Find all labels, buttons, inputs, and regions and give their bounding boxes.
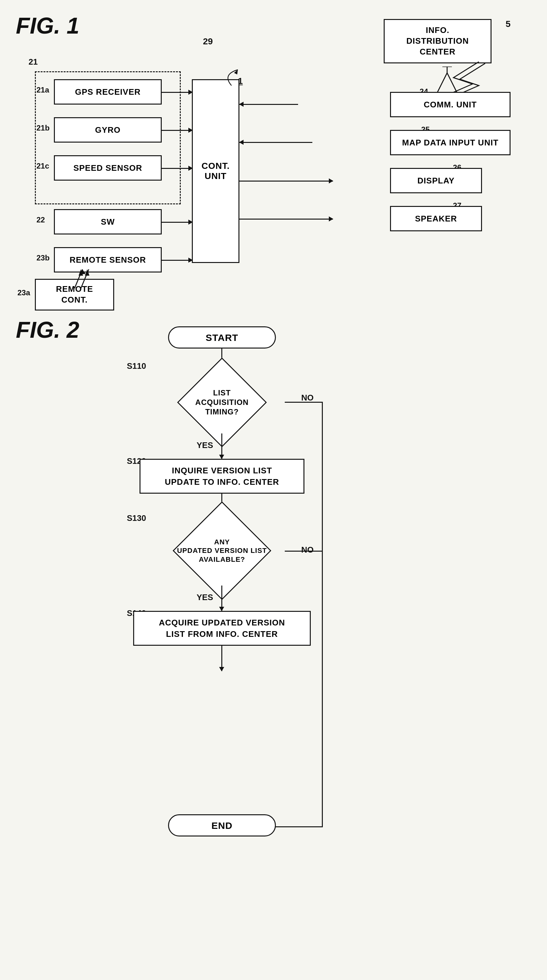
ref-23b: 23b bbox=[37, 253, 49, 262]
ref-s130: S130 bbox=[127, 513, 146, 523]
ref-22: 22 bbox=[37, 215, 45, 224]
cont-speaker-arrow bbox=[239, 219, 333, 220]
comm-unit-box: COMM. UNIT bbox=[390, 92, 510, 117]
arrow-yes1-down bbox=[221, 433, 222, 459]
sw-arrow bbox=[162, 222, 193, 223]
gyro-arrow bbox=[162, 130, 193, 131]
speaker-box: SPEAKER bbox=[390, 206, 482, 231]
ref-23a: 23a bbox=[18, 288, 30, 297]
yes-label-1: YES bbox=[196, 441, 213, 450]
arrow-no1-vertical bbox=[322, 402, 323, 826]
cont-comm-arrow bbox=[239, 104, 298, 105]
yes-label-2: YES bbox=[196, 592, 213, 602]
page: FIG. 1 INFO. DISTRIBUTION CENTER 5 1 29 … bbox=[0, 0, 547, 980]
start-box: START bbox=[168, 326, 276, 348]
arrow-no2-right bbox=[285, 550, 323, 552]
sw-box: SW bbox=[54, 209, 162, 234]
info-dist-box: INFO. DISTRIBUTION CENTER bbox=[384, 19, 491, 64]
no-label-1: NO bbox=[301, 393, 314, 403]
ref-21a: 21a bbox=[37, 86, 49, 94]
ref-s110: S110 bbox=[127, 361, 146, 371]
ref-21: 21 bbox=[29, 57, 38, 67]
ref-21c: 21c bbox=[37, 162, 49, 170]
fig2-container: START S110 LIST ACQUISITION TIMING? NO Y… bbox=[16, 314, 491, 963]
cont-unit-box: CONT. UNIT bbox=[192, 79, 239, 263]
arrow-no1-right bbox=[285, 402, 323, 403]
display-box: DISPLAY bbox=[390, 168, 482, 193]
ref-29: 29 bbox=[203, 37, 213, 46]
speed-arrow bbox=[162, 168, 193, 169]
end-box: END bbox=[168, 814, 276, 837]
gps-receiver-box: GPS RECEIVER bbox=[54, 79, 162, 105]
no-label-2: NO bbox=[301, 545, 314, 555]
gps-arrow bbox=[162, 92, 193, 93]
curved-arrow bbox=[212, 68, 250, 87]
fig1-container: INFO. DISTRIBUTION CENTER 5 1 29 CONT. U… bbox=[16, 13, 529, 304]
gyro-box: GYRO bbox=[54, 117, 162, 143]
remote-sensor-arrow bbox=[162, 260, 193, 261]
s140-box: ACQUIRE UPDATED VERSION LIST FROM INFO. … bbox=[133, 611, 311, 646]
cont-display-arrow bbox=[239, 181, 333, 181]
ref-5: 5 bbox=[506, 19, 510, 29]
s120-box: INQUIRE VERSION LIST UPDATE TO INFO. CEN… bbox=[140, 459, 305, 494]
cont-map-arrow bbox=[239, 142, 313, 143]
speed-sensor-box: SPEED SENSOR bbox=[54, 155, 162, 181]
arrow-yes2-down bbox=[221, 585, 222, 611]
arrow-s140-down bbox=[221, 646, 222, 671]
diamond2: ANY UPDATED VERSION LIST AVAILABLE? bbox=[159, 516, 285, 585]
remote-cont-arrows bbox=[65, 253, 97, 288]
diamond1: LIST ACQUISITION TIMING? bbox=[159, 371, 285, 434]
map-data-box: MAP DATA INPUT UNIT bbox=[390, 130, 510, 155]
ref-21b: 21b bbox=[37, 124, 49, 132]
